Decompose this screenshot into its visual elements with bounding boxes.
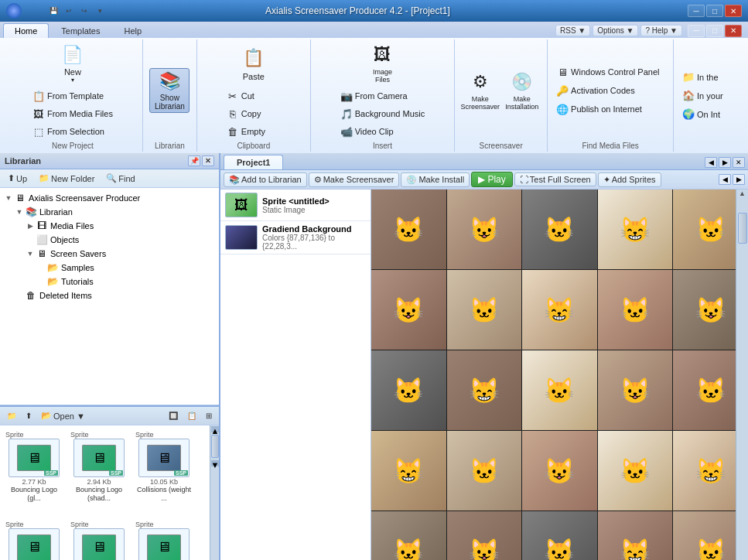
up-button[interactable]: ⬆ Up xyxy=(3,171,32,186)
panel-pin-button[interactable]: 📌 xyxy=(188,155,200,166)
tree-media-files[interactable]: ▶ 🎞 Media Files xyxy=(25,219,216,233)
empty-button[interactable]: 🗑 Empty xyxy=(223,123,285,140)
from-camera-button[interactable]: 📷 From Camera xyxy=(336,87,429,104)
in-the-icon: 📁 xyxy=(682,71,695,84)
from-media-button[interactable]: 🖼 From Media Files xyxy=(29,105,117,122)
ribbon-restore[interactable]: □ xyxy=(706,25,723,37)
proj-make-screensaver-button[interactable]: ⚙ Make Screensaver xyxy=(309,172,400,187)
tab-templates[interactable]: Templates xyxy=(50,23,111,38)
tree-tutorials[interactable]: 📂 Tutorials xyxy=(36,275,216,289)
cat-2: 😺 xyxy=(447,190,522,269)
cat-6: 😺 xyxy=(371,270,446,350)
new-button[interactable]: 📄 New ▾ xyxy=(53,41,93,86)
ribbon-minimize[interactable]: ─ xyxy=(688,25,705,37)
project-panel-left[interactable]: ◀ xyxy=(705,157,717,168)
ribbon-close[interactable]: ✕ xyxy=(725,25,742,37)
file-item-6[interactable]: Sprite 🖥 SSP 16.97 Kb xyxy=(133,518,195,560)
files-view3-button[interactable]: ⊞ xyxy=(202,409,216,422)
minimize-button[interactable]: ─ xyxy=(688,5,705,17)
file-thumb-5: 🖥 SSP xyxy=(73,528,125,560)
cat-22: 😺 xyxy=(447,511,522,560)
project-panel-right[interactable]: ▶ xyxy=(719,157,731,168)
file-item-3[interactable]: Sprite 🖥 SSP 10.05 Kb Collisions (weight… xyxy=(133,429,195,515)
file-item-5[interactable]: Sprite 🖥 SSP 16.15 Kb xyxy=(68,518,130,560)
background-music-button[interactable]: 🎵 Background Music xyxy=(336,105,429,122)
main-area: Librarian 📌 ✕ ⬆ Up 📁 New Folder 🔍 Find xyxy=(0,153,748,560)
sprite-item-2[interactable]: Gradiend Background Colors {87,87,136} t… xyxy=(220,221,371,254)
files-view2-button[interactable]: 📋 xyxy=(183,409,200,422)
files-view1-button[interactable]: 🔲 xyxy=(165,409,182,422)
tree-root[interactable]: ▼ 🖥 Axialis Screensaver Producer xyxy=(3,191,216,205)
panel-close-panel-button[interactable]: ✕ xyxy=(202,155,214,166)
tree-screen-savers[interactable]: ▼ 🖥 Screen Savers xyxy=(25,247,216,261)
sprite-item-1[interactable]: 🖼 Sprite <untitled> Static Image xyxy=(220,190,371,221)
preview-vscroll[interactable]: ▲ ▼ xyxy=(736,190,748,560)
new-folder-button[interactable]: 📁 New Folder xyxy=(34,171,99,186)
from-template-icon: 📋 xyxy=(32,90,45,102)
files-home-button[interactable]: 📁 xyxy=(3,409,20,422)
file-item-1[interactable]: Sprite 🖥 SSP 2.77 Kb Bouncing Logo (gl..… xyxy=(3,429,65,515)
play-button[interactable]: ▶ Play xyxy=(471,172,513,187)
windows-control-panel-button[interactable]: 🖥 Windows Control Panel xyxy=(552,63,668,80)
quick-access-toolbar: 💾 ↩ ↪ ▾ xyxy=(23,0,130,22)
image-files-button[interactable]: 🖼 ImageFiles xyxy=(362,41,402,86)
qt-save[interactable]: 💾 xyxy=(46,5,60,17)
cat-3: 🐱 xyxy=(522,190,597,269)
scroll-right-btn[interactable]: ▶ xyxy=(733,174,745,185)
find-button[interactable]: 🔍 Find xyxy=(101,171,139,186)
video-clip-button[interactable]: 📹 Video Clip xyxy=(336,123,429,140)
options-button[interactable]: Options ▼ xyxy=(593,25,638,36)
tab-home[interactable]: Home xyxy=(3,23,49,38)
test-fullscreen-icon: ⛶ xyxy=(520,175,528,184)
librarian-panel-title: Librarian xyxy=(5,156,41,166)
project-panel-close[interactable]: ✕ xyxy=(733,157,745,168)
ribbon-content: 📄 New ▾ 📋 From Template 🖼 From Media Fil… xyxy=(0,38,748,153)
proj-install-icon: 💿 xyxy=(406,175,417,185)
make-screensaver-button[interactable]: ⚙ MakeScreensaver xyxy=(460,68,500,113)
proj-screensaver-icon: ⚙ xyxy=(314,175,322,185)
files-up-button[interactable]: ⬆ xyxy=(22,409,36,422)
publish-internet-icon: 🌐 xyxy=(556,103,569,115)
on-int-button[interactable]: 🌍 On Int xyxy=(678,106,740,123)
close-button[interactable]: ✕ xyxy=(725,5,742,17)
in-your-button[interactable]: 🏠 In your xyxy=(678,87,740,104)
files-open-button[interactable]: 📂 Open ▼ xyxy=(37,408,89,423)
rss-button[interactable]: RSS ▼ xyxy=(555,25,590,36)
qt-redo[interactable]: ↪ xyxy=(77,5,91,17)
activation-codes-button[interactable]: 🔑 Activation Codes xyxy=(552,82,668,99)
image-files-icon: 🖼 xyxy=(370,43,394,67)
cut-button[interactable]: ✂ Cut xyxy=(223,87,285,104)
show-librarian-button[interactable]: 📚 ShowLibrarian xyxy=(149,68,190,113)
tree-samples[interactable]: 📂 Samples xyxy=(36,261,216,275)
file-item-4[interactable]: Sprite 🖥 SSP 15.5 Kb xyxy=(3,518,65,560)
screen-savers-icon: 🖥 xyxy=(36,248,48,260)
project-tab-1[interactable]: Project1 xyxy=(224,155,283,169)
add-to-librarian-button[interactable]: 📚 Add to Librarian xyxy=(224,172,307,187)
tab-help[interactable]: Help xyxy=(112,23,153,38)
add-sprites-button[interactable]: ✦ Add Sprites xyxy=(598,172,661,187)
tree-deleted-items[interactable]: 🗑 Deleted Items xyxy=(14,289,216,302)
proj-make-install-button[interactable]: 💿 Make Install xyxy=(401,172,470,187)
copy-button[interactable]: ⎘ Copy xyxy=(223,105,285,122)
tree-objects[interactable]: ⬜ Objects xyxy=(25,233,216,247)
from-template-button[interactable]: 📋 From Template xyxy=(29,87,117,104)
up-icon: ⬆ xyxy=(8,173,15,183)
file-item-2[interactable]: Sprite 🖥 SSP 2.94 Kb Bouncing Logo (shad… xyxy=(68,429,130,515)
in-the-button[interactable]: 📁 In the xyxy=(678,69,740,86)
tree-librarian[interactable]: ▼ 📚 Librarian xyxy=(14,205,216,219)
test-full-screen-button[interactable]: ⛶ Test Full Screen xyxy=(514,172,596,186)
paste-button[interactable]: 📋 Paste xyxy=(234,41,274,86)
scroll-left-btn[interactable]: ◀ xyxy=(719,174,731,185)
files-scrollbar[interactable]: ▲ ▼ xyxy=(210,425,219,560)
make-installation-button[interactable]: 💿 MakeInstallation xyxy=(502,68,542,113)
qt-undo[interactable]: ↩ xyxy=(62,5,76,17)
restore-button[interactable]: □ xyxy=(706,5,723,17)
qt-dropdown[interactable]: ▾ xyxy=(93,5,107,17)
publish-internet-button[interactable]: 🌐 Publish on Internet xyxy=(552,101,668,118)
group-clipboard-label: Clipboard xyxy=(237,142,270,150)
from-selection-button[interactable]: ⬚ From Selection xyxy=(29,123,117,140)
help-button[interactable]: ? Help ▼ xyxy=(640,25,682,36)
make-screensaver-icon: ⚙ xyxy=(468,70,493,94)
from-selection-icon: ⬚ xyxy=(32,125,45,138)
tutorials-icon: 📂 xyxy=(46,275,59,288)
